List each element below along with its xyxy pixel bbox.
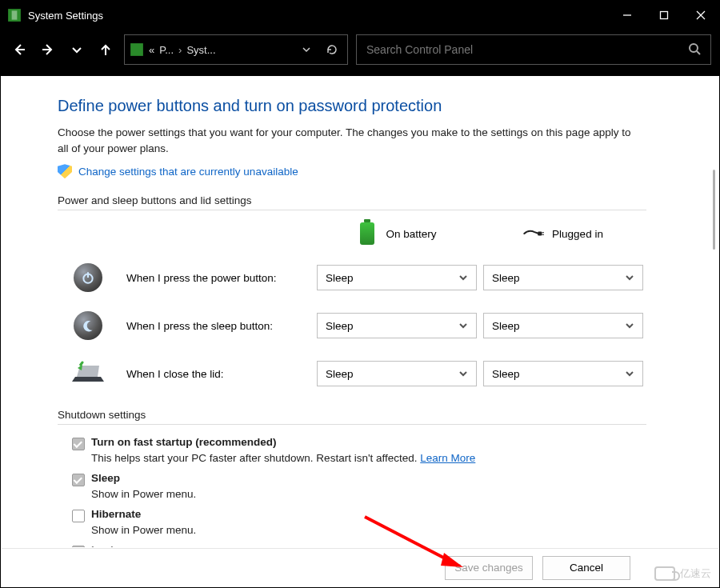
svg-rect-9 <box>130 43 143 56</box>
learn-more-link[interactable]: Learn More <box>420 452 475 464</box>
power-button-battery-select[interactable]: Sleep <box>317 265 477 290</box>
search-input[interactable]: Search Control Panel <box>356 34 711 65</box>
watermark-text: 亿速云 <box>680 566 711 581</box>
checkbox-lock[interactable] <box>72 546 85 547</box>
maximize-button[interactable] <box>646 1 682 30</box>
scrollbar[interactable] <box>713 170 715 250</box>
hibernate-desc: Show in Power menu. <box>91 524 646 536</box>
breadcrumb-part-1[interactable]: P... <box>159 44 174 56</box>
power-button-plugged-select[interactable]: Sleep <box>483 265 643 290</box>
chevron-down-icon <box>625 369 634 378</box>
row-sleep-button-label: When I press the sleep button: <box>126 320 310 332</box>
checkbox-hibernate[interactable] <box>72 510 85 522</box>
watermark-icon <box>654 566 675 581</box>
up-button[interactable] <box>95 38 116 62</box>
chevron-right-icon: › <box>178 44 182 56</box>
power-options-grid: On battery Plugged in When I press the p… <box>72 222 646 390</box>
chevron-down-icon <box>458 321 468 330</box>
svg-line-11 <box>697 51 700 54</box>
app-icon <box>7 8 22 22</box>
chevron-down-icon <box>625 321 634 330</box>
breadcrumb-dropdown[interactable] <box>296 45 317 54</box>
sleep-desc: Show in Power menu. <box>91 488 646 500</box>
col-header-battery: On battery <box>317 222 477 246</box>
plug-icon <box>523 222 544 246</box>
sleep-button-icon <box>74 311 102 340</box>
content-area: Define power buttons and turn on passwor… <box>2 78 718 547</box>
chevron-down-icon <box>458 369 468 378</box>
chevron-down-icon <box>625 273 634 282</box>
sleep-button-battery-select[interactable]: Sleep <box>317 313 477 338</box>
sleep-button-plugged-select[interactable]: Sleep <box>483 313 643 338</box>
shield-icon <box>58 164 72 178</box>
titlebar: System Settings <box>1 1 719 30</box>
row-power-button-label: When I press the power button: <box>126 272 310 284</box>
checkbox-sleep[interactable] <box>72 474 85 486</box>
section-shutdown: Shutdown settings <box>58 409 646 425</box>
sleep-title: Sleep <box>91 472 120 484</box>
breadcrumb[interactable]: « P... › Syst... <box>124 34 348 65</box>
page-subtext: Choose the power settings that you want … <box>58 125 634 156</box>
refresh-button[interactable] <box>322 43 342 56</box>
chevron-down-icon <box>458 273 468 282</box>
svg-rect-1 <box>12 10 18 19</box>
section-power-sleep: Power and sleep buttons and lid settings <box>58 194 646 210</box>
page-heading: Define power buttons and turn on passwor… <box>58 97 646 115</box>
lid-plugged-select[interactable]: Sleep <box>483 361 643 386</box>
lid-battery-select[interactable]: Sleep <box>317 361 477 386</box>
watermark: 亿速云 <box>654 566 711 581</box>
breadcrumb-part-2[interactable]: Syst... <box>186 44 215 56</box>
checkbox-fast-startup[interactable] <box>72 438 85 450</box>
laptop-lid-icon <box>70 361 106 387</box>
fast-startup-desc: This helps start your PC faster after sh… <box>91 452 646 464</box>
search-icon[interactable] <box>688 42 701 58</box>
save-button[interactable]: Save changes <box>445 556 533 580</box>
search-placeholder: Search Control Panel <box>366 43 473 56</box>
hibernate-title: Hibernate <box>91 508 141 520</box>
footer: Save changes Cancel <box>2 548 718 586</box>
breadcrumb-icon <box>130 42 144 57</box>
lock-title: Lock <box>91 544 117 547</box>
breadcrumb-prefix: « <box>149 44 154 56</box>
forward-button[interactable] <box>38 38 58 62</box>
svg-point-10 <box>690 44 698 52</box>
back-button[interactable] <box>9 38 30 62</box>
col-header-plugged: Plugged in <box>483 222 643 246</box>
window-title: System Settings <box>28 10 103 22</box>
recent-locations-button[interactable] <box>66 38 87 62</box>
change-settings-link[interactable]: Change settings that are currently unava… <box>78 166 298 178</box>
svg-rect-3 <box>661 12 668 19</box>
row-lid-label: When I close the lid: <box>126 368 310 380</box>
navbar: « P... › Syst... Search Control Panel <box>1 30 719 76</box>
power-button-icon <box>74 263 102 292</box>
battery-icon <box>360 222 374 245</box>
cancel-button[interactable]: Cancel <box>542 556 630 580</box>
minimize-button[interactable] <box>609 1 646 30</box>
svg-rect-12 <box>538 232 542 236</box>
fast-startup-title: Turn on fast startup (recommended) <box>91 436 277 448</box>
close-button[interactable] <box>682 1 719 30</box>
